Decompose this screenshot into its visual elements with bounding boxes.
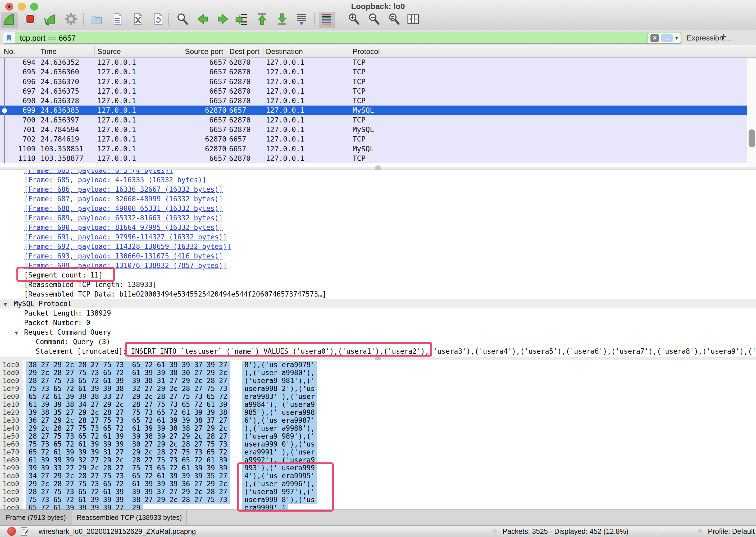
zoom-reset-button[interactable] [387, 12, 403, 27]
hex-bytes[interactable]: 65 72 61 39 39 39 39 27 29 [26, 504, 143, 510]
open-file-button[interactable] [89, 12, 105, 27]
packet-row[interactable]: 1110103.358877127.0.0.1665762870127.0.0.… [0, 154, 747, 163]
detail-frame-link[interactable]: [Frame: 699, payload: 131076-138932 (785… [0, 261, 756, 270]
detail-line[interactable]: ▼Request Command Query [0, 327, 756, 337]
pane-splitter[interactable] [0, 167, 756, 170]
hex-bytes[interactable]: 65 72 61 39 39 39 31 27 29 2c 28 27 75 7… [26, 448, 230, 456]
packet-row[interactable]: 1109103.358851127.0.0.1628706657127.0.0.… [0, 144, 747, 154]
filter-apply-button[interactable]: → [661, 34, 673, 42]
hex-bytes[interactable]: 28 27 75 73 65 72 61 39 39 38 31 27 29 2… [26, 377, 230, 385]
packet-list-scrollbar[interactable] [747, 58, 756, 167]
column-separator[interactable] [37, 46, 37, 56]
auto-scroll-button[interactable] [294, 12, 310, 27]
capture-comment-icon[interactable] [20, 527, 28, 537]
find-packet-button[interactable] [175, 12, 191, 27]
close-file-button[interactable] [131, 12, 146, 27]
filter-clear-button[interactable]: ✕ [651, 34, 659, 42]
hex-ascii[interactable]: 4'),('us era9995' [242, 472, 317, 480]
add-filter-button[interactable]: + [720, 30, 727, 43]
hex-bytes[interactable]: 75 73 65 72 61 39 39 38 32 27 29 2c 28 2… [26, 385, 230, 392]
detail-frame-link[interactable]: [Frame: 685, payload: 4-16335 (16332 byt… [0, 175, 756, 185]
hex-ascii[interactable]: 985'),(' usera998 [242, 408, 317, 416]
hex-ascii[interactable]: 8'),('us era9979' [242, 361, 317, 369]
expert-info-icon[interactable] [7, 527, 16, 536]
hex-bytes[interactable]: 28 27 75 73 65 72 61 39 39 39 37 27 29 2… [26, 488, 230, 496]
hex-ascii[interactable]: 993'),(' usera999 [242, 464, 317, 472]
hex-ascii[interactable]: ('usera9 989'),(' [242, 432, 317, 440]
hex-ascii[interactable]: era9991' ),('user [242, 448, 317, 456]
hex-bytes[interactable]: 34 27 29 2c 28 27 75 73 65 72 61 39 39 3… [26, 472, 230, 480]
hex-bytes[interactable]: 36 27 29 2c 28 27 75 73 65 72 61 39 39 3… [26, 416, 230, 424]
detail-line[interactable]: Packet Number: 0 [0, 318, 756, 327]
filter-text[interactable]: tcp.port == 6657 [20, 34, 76, 43]
hex-bytes[interactable]: 61 39 39 38 34 27 29 2c 28 27 75 73 65 7… [26, 400, 230, 408]
filter-bookmark-button[interactable] [3, 32, 15, 43]
column-header-destination[interactable]: Destination [266, 47, 303, 56]
detail-line[interactable]: [Reassembled TCP length: 138933] [0, 280, 756, 289]
restart-capture-button[interactable] [43, 12, 59, 27]
scrollbar-thumb[interactable] [749, 129, 755, 147]
go-to-bottom-button[interactable] [275, 12, 291, 27]
hex-bytes[interactable]: 61 39 39 39 32 27 29 2c 28 27 75 73 65 7… [26, 456, 230, 464]
hex-bytes[interactable]: 29 2c 28 27 75 73 65 72 61 39 39 39 36 2… [26, 480, 230, 488]
hex-bytes[interactable]: 39 39 33 27 29 2c 28 27 75 73 65 72 61 3… [26, 464, 230, 472]
resize-columns-button[interactable] [406, 12, 422, 27]
hex-ascii[interactable]: 6'),('us era9987' [242, 416, 317, 424]
detail-line[interactable]: Statement [truncated]: INSERT INTO `test… [0, 347, 756, 356]
start-capture-button[interactable] [1, 12, 18, 28]
detail-frame-link[interactable]: [Frame: 692, payload: 114328-130659 (163… [0, 242, 756, 251]
hex-ascii[interactable]: ),('user a9980'), [242, 369, 317, 377]
hex-bytes[interactable]: 39 38 35 27 29 2c 28 27 75 73 65 72 61 3… [26, 408, 230, 416]
go-forward-button[interactable] [216, 12, 231, 27]
hex-bytes[interactable]: 29 2c 28 27 75 73 65 72 61 39 39 38 38 2… [26, 424, 230, 432]
go-back-button[interactable] [195, 12, 211, 27]
column-header-source[interactable]: Source [97, 47, 121, 56]
hex-bytes[interactable]: 29 2c 28 27 75 73 65 72 61 39 39 38 30 2… [26, 369, 230, 377]
packet-row[interactable]: 70124.784594127.0.0.1665762870127.0.0.1M… [0, 125, 747, 134]
byte-view-tab[interactable]: Frame (7913 bytes) [0, 510, 72, 525]
packet-row[interactable]: 69624.636370127.0.0.1665762870127.0.0.1T… [0, 77, 747, 87]
packet-row[interactable]: 69424.636352127.0.0.1665762870127.0.0.1T… [0, 58, 747, 67]
hex-ascii[interactable]: usera999 8'),('us [242, 496, 317, 504]
hex-bytes[interactable]: 28 27 75 73 65 72 61 39 39 38 39 27 29 2… [26, 432, 230, 440]
column-separator[interactable] [263, 46, 263, 56]
hex-ascii[interactable]: ('usera9 981'),(' [242, 377, 317, 385]
capture-options-button[interactable] [63, 12, 79, 27]
packet-row[interactable]: 69924.636385127.0.0.1628706657127.0.0.1M… [0, 105, 747, 115]
detail-frame-link[interactable]: [Frame: 686, payload: 16336-32667 (16332… [0, 185, 756, 194]
column-header-protocol[interactable]: Protocol [353, 47, 380, 56]
detail-frame-link[interactable]: [Frame: 691, payload: 97996-114327 (1633… [0, 232, 756, 242]
byte-view-tab[interactable]: Reassembled TCP (138933 bytes) [72, 510, 187, 525]
hex-ascii[interactable]: a9992'), ('usera9 [242, 456, 317, 464]
hex-bytes[interactable]: 75 73 65 72 61 39 39 39 30 27 29 2c 28 2… [26, 440, 230, 448]
hex-ascii[interactable]: era9999' ) [242, 504, 288, 510]
hex-bytes[interactable]: 75 73 65 72 61 39 39 39 38 27 29 2c 28 2… [26, 496, 230, 504]
hex-ascii[interactable]: era9983' ),('user [242, 392, 317, 400]
zoom-in-button[interactable] [346, 12, 362, 27]
hex-ascii[interactable]: usera999 0'),('us [242, 440, 317, 448]
zoom-out-button[interactable] [367, 12, 382, 27]
packet-row[interactable]: 69524.636360127.0.0.1665762870127.0.0.1T… [0, 67, 747, 77]
packet-row[interactable]: 70024.636397127.0.0.1665762870127.0.0.1T… [0, 115, 747, 125]
hex-ascii[interactable]: usera998 2'),('us [242, 385, 317, 392]
detail-line[interactable]: [Reassembled TCP Data: b11e020003494e534… [0, 289, 756, 299]
packet-row[interactable]: 69824.636378127.0.0.1665762870127.0.0.1T… [0, 96, 747, 105]
hex-ascii[interactable]: ),('user a9996'), [242, 480, 317, 488]
filter-dropdown-button[interactable]: ▾ [675, 35, 678, 41]
column-header-no[interactable]: No. [4, 47, 15, 56]
go-to-top-button[interactable] [255, 12, 271, 27]
detail-frame-link[interactable]: [Frame: 683, payload: 0-3 (4 bytes)] [0, 170, 756, 175]
reload-file-button[interactable] [151, 12, 167, 27]
detail-line[interactable]: [Segment count: 11] [0, 270, 756, 280]
packet-row[interactable]: 70224.784619127.0.0.1628706657127.0.0.1T… [0, 134, 747, 144]
expander-icon[interactable]: ▼ [4, 300, 7, 309]
expander-icon[interactable]: ▼ [15, 328, 18, 338]
column-header-source-port[interactable]: Source port [185, 47, 223, 56]
column-header-time[interactable]: Time [40, 47, 57, 56]
profile-label[interactable]: Profile: Default [708, 527, 755, 536]
hex-bytes[interactable]: 65 72 61 39 39 38 33 27 29 2c 28 27 75 7… [26, 392, 230, 400]
display-filter-input[interactable]: tcp.port == 6657 ✕ → ▾ [3, 32, 682, 44]
detail-frame-link[interactable]: [Frame: 687, payload: 32668-48999 (16332… [0, 194, 756, 204]
column-header-dest-port[interactable]: Dest port [229, 47, 259, 56]
detail-line[interactable]: Packet Length: 138929 [0, 309, 756, 318]
